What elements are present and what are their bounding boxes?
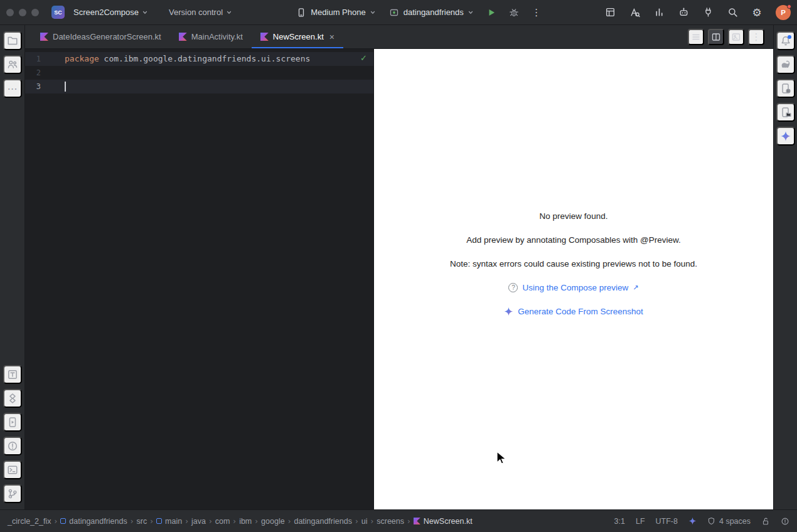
version-control-label: Version control bbox=[169, 8, 223, 17]
breadcrumb-separator-icon: › bbox=[233, 517, 236, 526]
gemini-bot-icon[interactable] bbox=[675, 4, 692, 21]
breadcrumb-item[interactable]: datingandfriends bbox=[294, 517, 351, 526]
chevron-down-icon bbox=[142, 10, 147, 15]
run-config-icon bbox=[389, 8, 399, 18]
more-tool-windows-icon[interactable]: ⋯ bbox=[3, 79, 22, 98]
avatar[interactable]: P bbox=[776, 5, 791, 20]
text-box-icon[interactable] bbox=[3, 365, 22, 384]
run-toolbar: Medium Phone datingandfriends bbox=[292, 4, 545, 21]
gradle-icon[interactable] bbox=[776, 55, 795, 74]
breadcrumb-item-current-file[interactable]: NewScreen.kt bbox=[414, 517, 473, 526]
compose-preview-doc-link[interactable]: Using the Compose preview bbox=[522, 283, 628, 292]
tab-label: NewScreen.kt bbox=[273, 32, 324, 41]
plug-icon[interactable] bbox=[700, 4, 716, 21]
breadcrumb-separator-icon: › bbox=[255, 517, 258, 526]
more-run-options-button[interactable]: ⋮ bbox=[528, 4, 545, 21]
generate-code-link-row: Generate Code From Screenshot bbox=[504, 304, 643, 318]
code-line-current[interactable]: 3 bbox=[25, 80, 373, 93]
breadcrumb-item[interactable]: ui bbox=[361, 517, 368, 526]
breadcrumb-item[interactable]: ibm bbox=[239, 517, 252, 526]
tab-dateideasgeneratorscreen[interactable]: DateIdeasGeneratorScreen.kt bbox=[31, 25, 170, 48]
line-number[interactable]: 1 bbox=[25, 52, 41, 66]
breadcrumb-item[interactable]: main bbox=[156, 517, 182, 526]
breadcrumb-item[interactable]: datingandfriends bbox=[60, 517, 127, 526]
run-config-label: datingandfriends bbox=[404, 8, 464, 17]
breadcrumb-separator-icon: › bbox=[407, 517, 410, 526]
find-icon[interactable] bbox=[626, 4, 643, 21]
line-number[interactable]: 2 bbox=[25, 66, 41, 80]
info-icon[interactable] bbox=[781, 517, 789, 526]
ai-sparkle-icon[interactable] bbox=[688, 517, 697, 525]
notifications-bell-icon[interactable] bbox=[776, 31, 795, 50]
terminal-icon[interactable] bbox=[3, 460, 22, 479]
running-devices-icon[interactable] bbox=[3, 413, 22, 432]
compose-preview-doc-link-row: ? Using the Compose preview ↗ bbox=[508, 280, 638, 294]
close-window-button[interactable] bbox=[6, 9, 14, 16]
settings-gear-icon[interactable]: ⚙ bbox=[749, 4, 765, 21]
profiler-icon[interactable] bbox=[651, 4, 667, 21]
project-selector[interactable]: Screen2Compose bbox=[70, 5, 151, 19]
gemini-icon[interactable] bbox=[776, 127, 795, 146]
no-preview-message: No preview found. bbox=[540, 209, 608, 223]
device-explorer-icon[interactable] bbox=[776, 103, 795, 122]
minimize-window-button[interactable] bbox=[19, 9, 26, 16]
statusbar: _circle_2_fix › datingandfriends › src ›… bbox=[0, 509, 797, 532]
external-link-icon: ↗ bbox=[633, 284, 638, 292]
tab-options-icon[interactable]: ⋮ bbox=[748, 29, 764, 45]
resource-manager-icon[interactable] bbox=[3, 389, 22, 408]
breadcrumb-item[interactable]: com bbox=[215, 517, 230, 526]
breadcrumb-item[interactable]: google bbox=[261, 517, 285, 526]
device-selector[interactable]: Medium Phone bbox=[292, 5, 378, 20]
notification-badge-dot bbox=[788, 35, 791, 39]
tab-mainactivity[interactable]: MainActivity.kt bbox=[170, 25, 252, 48]
breadcrumb-separator-icon: › bbox=[54, 517, 57, 526]
breadcrumb-item[interactable]: java bbox=[191, 517, 206, 526]
more-vertical-icon: ⋮ bbox=[532, 7, 541, 18]
version-control-menu[interactable]: Version control bbox=[165, 5, 235, 19]
syntax-note: Note: syntax errors could cause existing… bbox=[450, 257, 697, 270]
code-view-icon[interactable] bbox=[688, 29, 704, 45]
project-name: Screen2Compose bbox=[73, 8, 139, 17]
breadcrumb-item[interactable]: src bbox=[137, 517, 147, 526]
shield-icon bbox=[707, 517, 715, 525]
kotlin-file-icon bbox=[414, 518, 420, 524]
code-line[interactable]: 2 bbox=[25, 66, 373, 80]
encoding-widget[interactable]: UTF-8 bbox=[656, 517, 678, 526]
close-tab-icon[interactable]: × bbox=[329, 33, 334, 41]
generate-code-link[interactable]: Generate Code From Screenshot bbox=[518, 307, 643, 316]
search-icon[interactable] bbox=[724, 4, 741, 21]
version-control-branch-icon[interactable] bbox=[3, 484, 22, 503]
layout-inspector-icon[interactable] bbox=[602, 4, 618, 21]
ai-sparkle-icon bbox=[504, 307, 513, 316]
problems-icon[interactable] bbox=[3, 437, 22, 455]
line-number[interactable]: 3 bbox=[25, 80, 41, 93]
left-tool-strip: ⋯ bbox=[0, 25, 25, 509]
kotlin-file-icon bbox=[179, 33, 187, 41]
indent-widget[interactable]: 4 spaces bbox=[707, 517, 751, 526]
chevron-down-icon bbox=[370, 10, 375, 15]
debug-button[interactable] bbox=[506, 4, 522, 21]
device-manager-icon[interactable] bbox=[776, 79, 795, 98]
run-button[interactable] bbox=[483, 4, 500, 21]
code-line[interactable]: 1 package com.ibm.google.datingandfriend… bbox=[25, 52, 373, 66]
code-editor[interactable]: 1 package com.ibm.google.datingandfriend… bbox=[25, 49, 374, 509]
caret-position-widget[interactable]: 3:1 bbox=[614, 517, 625, 526]
chevron-down-icon bbox=[227, 10, 232, 15]
split-view-icon[interactable] bbox=[708, 29, 724, 45]
module-icon bbox=[156, 518, 162, 524]
breadcrumb-item[interactable]: _circle_2_fix bbox=[8, 517, 51, 526]
notification-dot bbox=[787, 4, 791, 9]
line-separator-widget[interactable]: LF bbox=[636, 517, 645, 526]
breadcrumb-item[interactable]: screens bbox=[377, 517, 404, 526]
main-area: ⋯ bbox=[0, 25, 797, 509]
add-preview-hint: Add preview by annotating Composables wi… bbox=[466, 233, 681, 247]
inspections-ok-icon[interactable]: ✓ bbox=[360, 53, 367, 63]
lock-icon[interactable] bbox=[761, 517, 770, 526]
project-folder-icon[interactable] bbox=[3, 31, 22, 50]
design-view-icon[interactable] bbox=[728, 29, 744, 45]
tab-newscreen[interactable]: NewScreen.kt × bbox=[252, 25, 343, 48]
zoom-window-button[interactable] bbox=[31, 9, 39, 16]
run-configuration-selector[interactable]: datingandfriends bbox=[385, 5, 477, 20]
breadcrumb: _circle_2_fix › datingandfriends › src ›… bbox=[8, 517, 473, 526]
people-icon[interactable] bbox=[3, 55, 22, 74]
